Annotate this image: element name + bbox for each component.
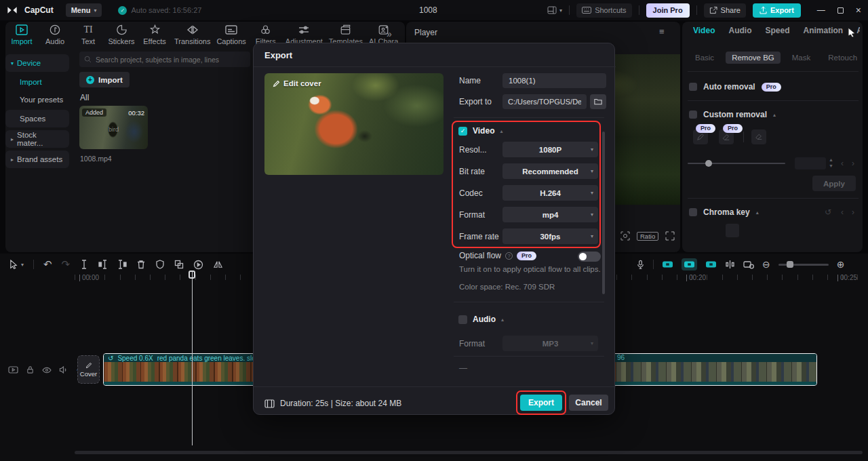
toolbar-item-transitions[interactable]: Transitions [174, 24, 210, 45]
toolbar-item-effects[interactable]: Effects [141, 24, 168, 45]
mask-icon[interactable] [155, 260, 165, 269]
select-tool-button[interactable]: ▾ [9, 260, 24, 269]
resolution-dropdown[interactable]: 1080P▾ [502, 142, 598, 157]
lock-icon[interactable] [26, 365, 35, 374]
chroma-key-checkbox[interactable]: ✓ [689, 208, 697, 216]
timeline-zoom-slider[interactable] [778, 264, 829, 266]
mirror-flip-icon[interactable] [213, 260, 223, 269]
collapse-arrow-icon[interactable]: ▴ [773, 112, 776, 118]
export-path-input[interactable] [502, 94, 587, 109]
share-button[interactable]: Share [704, 3, 746, 18]
audio-format-dropdown[interactable]: MP3▾ [502, 336, 598, 351]
prev-icon[interactable]: ‹ [841, 207, 844, 217]
sidebar-item-stock-materials[interactable]: ▸Stock mater... [5, 130, 69, 148]
sidebar-item-import[interactable]: Import [5, 73, 69, 91]
timeline-scrollbar[interactable] [75, 451, 863, 454]
menu-button[interactable]: Menu ▾ [66, 3, 102, 17]
edit-cover-button[interactable]: Edit cover [273, 79, 321, 87]
subtab-retouch[interactable]: Retouch [822, 52, 863, 64]
layout-switch-button[interactable]: ▾ [547, 6, 562, 14]
overlap-icon[interactable] [174, 260, 184, 269]
color-picker-swatch[interactable] [726, 224, 739, 237]
toolbar-more-button[interactable]: » [387, 28, 392, 39]
media-thumbnail[interactable]: Added 00:32 bird [79, 106, 148, 149]
minimize-button[interactable]: — [817, 5, 825, 15]
subtab-mask[interactable]: Mask [786, 52, 816, 64]
auto-link-icon[interactable] [705, 260, 717, 268]
fullscreen-icon[interactable] [665, 231, 675, 241]
tab-video[interactable]: Video [693, 26, 715, 35]
audio-checkbox[interactable]: ✓ [458, 315, 467, 324]
shortcuts-button[interactable]: Shortcuts [576, 3, 631, 18]
codec-dropdown[interactable]: H.264▾ [502, 185, 598, 201]
next-icon[interactable]: › [852, 207, 854, 217]
slider-handle[interactable] [705, 160, 712, 167]
video-checkbox[interactable]: ✓ [458, 127, 467, 136]
collapse-arrow-icon[interactable]: ▴ [756, 209, 759, 216]
subtab-remove-bg[interactable]: Remove BG [726, 52, 781, 64]
format-dropdown[interactable]: mp4▾ [502, 207, 598, 222]
join-pro-button[interactable]: Join Pro [646, 3, 690, 18]
delete-left-icon[interactable] [98, 260, 108, 269]
cover-button[interactable]: Cover [77, 355, 100, 384]
slider-handle[interactable] [787, 261, 793, 268]
delete-icon[interactable] [136, 260, 146, 269]
tab-animation[interactable]: Animation [803, 26, 843, 35]
link-clips-icon[interactable] [662, 260, 673, 268]
toolbar-item-stickers[interactable]: Stickers [108, 24, 135, 45]
brush-size-stepper[interactable] [795, 157, 826, 169]
toolbar-item-audio[interactable]: Audio [41, 24, 68, 45]
stepper-arrows[interactable]: ▲▼ [829, 157, 833, 169]
eraser-tool[interactable] [751, 129, 766, 144]
tab-speed[interactable]: Speed [765, 26, 789, 35]
export-cover-preview[interactable]: Edit cover [264, 73, 443, 175]
framerate-dropdown[interactable]: 30fps▾ [502, 228, 598, 244]
auto-removal-checkbox[interactable]: ✓ [689, 83, 697, 91]
bitrate-dropdown[interactable]: Recommended▾ [502, 163, 598, 179]
toolbar-item-import[interactable]: Import [8, 24, 35, 45]
record-voiceover-icon[interactable] [636, 260, 645, 270]
collapse-arrow-icon[interactable]: ▴ [500, 128, 502, 134]
brush-size-slider[interactable] [688, 163, 785, 164]
tab-audio[interactable]: Audio [728, 26, 751, 35]
mute-icon[interactable] [59, 365, 68, 374]
toolbar-item-text[interactable]: TI Text [75, 24, 102, 45]
sidebar-item-device[interactable]: ▾Device [5, 54, 69, 72]
magnet-snap-icon[interactable] [682, 258, 697, 270]
cancel-button[interactable]: Cancel [569, 395, 608, 411]
custom-removal-checkbox[interactable]: ✓ [689, 111, 697, 119]
export-confirm-button[interactable]: Export [520, 395, 562, 411]
maximize-button[interactable] [837, 7, 844, 14]
playhead-line[interactable] [192, 271, 193, 445]
player-menu-icon[interactable]: ≡ [659, 26, 665, 37]
apply-button[interactable]: Apply [812, 176, 856, 191]
close-button[interactable]: × [856, 5, 861, 16]
search-input[interactable] [96, 56, 245, 64]
collapse-arrow-icon[interactable]: ▴ [501, 317, 504, 323]
search-bar[interactable] [79, 52, 250, 67]
browse-folder-button[interactable] [590, 94, 606, 109]
split-handle-icon[interactable] [725, 260, 735, 269]
dialog-scrollbar[interactable] [602, 132, 605, 294]
export-button-top[interactable]: Export [753, 3, 801, 18]
tab-adjust[interactable]: Adjust [856, 26, 860, 35]
undo-button[interactable]: ↶ [43, 258, 52, 270]
toolbar-item-captions[interactable]: Captions [216, 24, 245, 45]
sidebar-item-brand-assets[interactable]: ▸Brand assets [5, 151, 69, 168]
ratio-button[interactable]: Ratio [637, 232, 658, 241]
playhead-handle[interactable] [189, 270, 195, 279]
sidebar-item-spaces[interactable]: Spaces [5, 110, 69, 127]
split-icon[interactable] [79, 260, 89, 269]
export-name-input[interactable] [502, 73, 606, 88]
zoom-in-icon[interactable]: ⊕ [837, 259, 845, 270]
redo-button[interactable]: ↷ [62, 258, 71, 270]
zoom-out-icon[interactable]: ⊖ [762, 259, 770, 270]
optical-flow-toggle[interactable] [578, 252, 601, 262]
import-media-button[interactable]: + Import [79, 72, 130, 87]
speed-icon[interactable] [193, 260, 203, 270]
subtab-basic[interactable]: Basic [689, 52, 720, 64]
next-icon[interactable]: › [852, 159, 854, 168]
reset-icon[interactable]: ↺ [825, 207, 831, 217]
sidebar-item-your-presets[interactable]: Your presets [5, 91, 69, 108]
snapshot-icon[interactable] [620, 231, 630, 241]
